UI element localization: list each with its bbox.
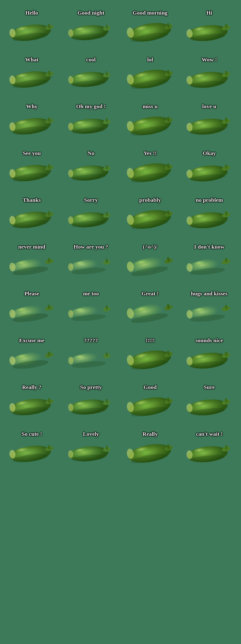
sticker-cell[interactable]: hugs and kisses [180, 285, 239, 332]
sticker-label: Good morning [133, 9, 167, 17]
sticker-label: lol [147, 56, 153, 64]
pepper-sticker-image [127, 20, 174, 43]
sticker-cell[interactable]: How are you ? [61, 238, 120, 285]
sticker-cell[interactable]: See you [2, 145, 61, 191]
sticker-label: Hello [25, 9, 38, 17]
pepper-sticker-image [8, 394, 55, 418]
sticker-label: Yes !! [144, 150, 157, 158]
sticker-cell[interactable]: Thanks [2, 191, 61, 238]
sticker-cell[interactable]: (^o^)/ [120, 238, 180, 285]
sticker-cell[interactable]: no problem [180, 191, 239, 238]
sticker-cell[interactable]: Sorry [61, 191, 120, 238]
sticker-cell[interactable]: Really ? [2, 379, 61, 425]
sticker-cell[interactable]: miss u [120, 98, 180, 145]
sticker-label: Sorry [84, 197, 98, 204]
sticker-label: So pretty [80, 384, 102, 392]
sticker-label: Great ! [142, 290, 159, 298]
pepper-sticker-image [186, 207, 233, 231]
sticker-cell[interactable]: never mind [2, 238, 61, 285]
sticker-label: What [25, 56, 38, 64]
pepper-sticker-image [186, 347, 233, 371]
sticker-cell[interactable]: Good night [61, 4, 120, 51]
sticker-label: Good night [78, 9, 105, 17]
sticker-label: Hi [206, 9, 212, 17]
pepper-sticker-image [186, 113, 233, 137]
pepper-sticker-image [186, 254, 233, 277]
pepper-sticker-image [127, 441, 174, 465]
pepper-sticker-image [67, 113, 114, 137]
pepper-sticker-image [8, 20, 55, 43]
sticker-label: probably [139, 197, 161, 204]
sticker-label: never mind [18, 243, 45, 251]
sticker-cell[interactable]: Lovely [61, 425, 120, 472]
sticker-cell[interactable]: Please [2, 285, 61, 332]
sticker-cell[interactable]: Why [2, 98, 61, 145]
sticker-cell[interactable]: love u [180, 98, 239, 145]
sticker-cell[interactable]: Good morning [120, 4, 180, 51]
sticker-cell[interactable]: Hi [180, 4, 239, 51]
sticker-label: See you [23, 150, 41, 158]
sticker-cell[interactable]: So pretty [61, 379, 120, 425]
pepper-sticker-image [67, 254, 114, 277]
sticker-label: Sure [204, 384, 215, 392]
sticker-cell[interactable]: Sure [180, 379, 239, 425]
pepper-sticker-image [67, 394, 114, 418]
pepper-sticker-image [67, 347, 114, 371]
sticker-cell[interactable]: ????? [61, 332, 120, 379]
sticker-label: No [87, 150, 94, 158]
sticker-cell[interactable]: I don't know [180, 238, 239, 285]
pepper-sticker-image [127, 160, 174, 184]
pepper-sticker-image [67, 207, 114, 231]
sticker-cell[interactable]: No [61, 145, 120, 191]
pepper-sticker-image [8, 254, 55, 277]
pepper-sticker-image [8, 347, 55, 371]
pepper-sticker-image [67, 301, 114, 324]
sticker-cell[interactable]: me too [61, 285, 120, 332]
sticker-label: Excuse me [19, 337, 45, 345]
sticker-cell[interactable]: probably [120, 191, 180, 238]
sticker-cell[interactable]: Okay [180, 145, 239, 191]
sticker-label: Thanks [23, 197, 41, 204]
sticker-cell[interactable]: Yes !! [120, 145, 180, 191]
pepper-sticker-image [127, 113, 174, 137]
sticker-cell[interactable]: lol [120, 51, 180, 98]
pepper-sticker-image [8, 113, 55, 137]
sticker-cell[interactable]: What [2, 51, 61, 98]
sticker-label: sounds nice [196, 337, 223, 345]
sticker-cell[interactable]: Excuse me [2, 332, 61, 379]
pepper-sticker-image [186, 67, 233, 90]
pepper-sticker-image [8, 207, 55, 231]
sticker-cell[interactable]: !!!!! [120, 332, 180, 379]
sticker-cell[interactable]: Wow ! [180, 51, 239, 98]
sticker-label: Good [144, 384, 157, 392]
sticker-label: can't wait ! [196, 431, 223, 438]
sticker-cell[interactable]: Oh my god ! [61, 98, 120, 145]
sticker-label: Lovely [83, 431, 99, 438]
sticker-cell[interactable]: Great ! [120, 285, 180, 332]
sticker-label: How are you ? [74, 243, 108, 251]
pepper-sticker-image [67, 67, 114, 90]
sticker-label: no problem [196, 197, 223, 204]
pepper-sticker-image [67, 20, 114, 43]
sticker-label: Okay [203, 150, 216, 158]
sticker-label: ????? [84, 337, 98, 345]
sticker-cell[interactable]: cool [61, 51, 120, 98]
pepper-sticker-image [8, 67, 55, 90]
sticker-grid: Hello Good nig [0, 0, 241, 477]
sticker-label: me too [83, 290, 99, 298]
pepper-sticker-image [8, 160, 55, 184]
sticker-label: Oh my god ! [76, 103, 106, 111]
pepper-sticker-image [127, 67, 174, 90]
sticker-label: miss u [142, 103, 157, 111]
sticker-cell[interactable]: Good [120, 379, 180, 425]
sticker-cell[interactable]: sounds nice [180, 332, 239, 379]
sticker-cell[interactable]: So cute ! [2, 425, 61, 472]
sticker-label: cool [86, 56, 96, 64]
sticker-label: I don't know [194, 243, 225, 251]
sticker-cell[interactable]: can't wait ! [180, 425, 239, 472]
pepper-sticker-image [127, 347, 174, 371]
sticker-cell[interactable]: Hello [2, 4, 61, 51]
sticker-label: love u [202, 103, 217, 111]
sticker-cell[interactable]: Really [120, 425, 180, 472]
sticker-label: Really ? [22, 384, 41, 392]
